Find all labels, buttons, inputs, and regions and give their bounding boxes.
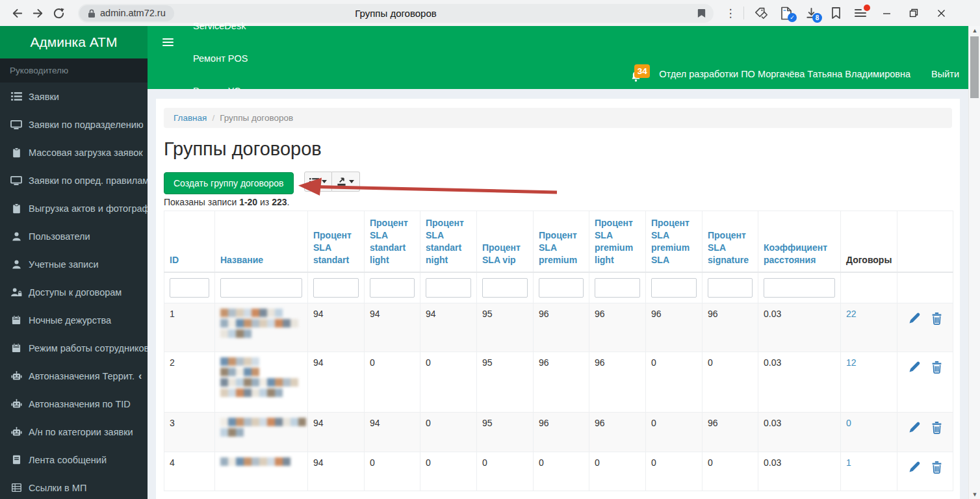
reload-button[interactable] xyxy=(48,3,69,23)
export-menu-button[interactable] xyxy=(332,172,360,192)
sidebar-item-10[interactable]: Режим работы сотрудников xyxy=(0,334,148,362)
kebab-menu-icon[interactable]: ⋮ xyxy=(723,6,738,20)
desktop-icon xyxy=(10,175,23,186)
filter-input-5[interactable] xyxy=(426,278,471,298)
breadcrumb-home-link[interactable]: Главная xyxy=(174,113,207,123)
minimize-button[interactable] xyxy=(873,1,900,25)
contracts-link[interactable]: 1 xyxy=(846,457,851,468)
scroll-up-arrow[interactable]: ▲ xyxy=(969,26,980,35)
sidebar-toggle-icon[interactable] xyxy=(157,31,179,53)
sidebar-item-11[interactable]: Автоназначения Террит.‹ xyxy=(0,362,148,390)
filter-input-11[interactable] xyxy=(764,278,835,298)
contracts-link[interactable]: 22 xyxy=(846,309,857,319)
column-header-12: Договоры xyxy=(841,211,897,272)
scroll-down-arrow[interactable]: ▼ xyxy=(969,490,980,499)
filter-input-2[interactable] xyxy=(220,278,302,298)
sidebar-item-3[interactable]: Массовая загрузка заявок xyxy=(0,138,148,166)
filter-input-7[interactable] xyxy=(539,278,584,298)
cell-value-7: 0 xyxy=(646,413,703,452)
scrollbar-thumb[interactable] xyxy=(970,36,979,98)
site-info-chip[interactable]: admin.atm72.ru xyxy=(79,5,174,21)
filter-input-9[interactable] xyxy=(651,278,697,298)
columns-menu-button[interactable] xyxy=(304,172,332,192)
cell-id: 4 xyxy=(164,452,215,491)
sidebar-item-8[interactable]: Доступы к договорам xyxy=(0,278,148,306)
column-header-4[interactable]: Процент SLA standart light xyxy=(365,211,420,272)
robot-icon xyxy=(10,399,23,409)
sidebar-item-2[interactable]: Заявки по подразделению xyxy=(0,110,148,138)
sidebar-item-7[interactable]: Учетные записи xyxy=(0,250,148,278)
sidebar-item-12[interactable]: Автоназначения по TID xyxy=(0,390,148,418)
downloads-count-badge: 8 xyxy=(812,13,822,23)
edit-icon[interactable] xyxy=(908,460,922,474)
nav-item-4[interactable]: ServiceDesk xyxy=(183,10,267,42)
sidebar-item-15[interactable]: Ссылки в МП xyxy=(0,474,148,499)
cell-value-1: 94 xyxy=(308,452,365,491)
extension-tag-icon[interactable] xyxy=(749,2,774,24)
sidebar-item-label: Массовая загрузка заявок xyxy=(29,147,143,158)
filter-input-3[interactable] xyxy=(313,278,359,298)
page-scrollbar[interactable]: ▲ ▼ xyxy=(968,26,980,499)
create-group-button[interactable]: Создать группу договоров xyxy=(164,172,294,194)
page-title: Группы договоров xyxy=(164,138,952,164)
reading-list-icon[interactable] xyxy=(848,2,873,24)
sidebar-item-6[interactable]: Пользователи xyxy=(0,222,148,250)
edit-icon[interactable] xyxy=(908,420,922,435)
user-name[interactable]: Отдел разработки ПО Моргачёва Татьяна Вл… xyxy=(659,69,910,79)
delete-icon[interactable] xyxy=(931,360,943,374)
filter-input-6[interactable] xyxy=(482,278,528,298)
sidebar-item-9[interactable]: Ночные дежурства xyxy=(0,306,148,334)
extension-document-icon[interactable]: ✓ xyxy=(774,2,799,24)
sidebar-item-label: Учетные записи xyxy=(29,259,99,270)
cell-value-1: 94 xyxy=(308,352,365,413)
logout-link[interactable]: Выйти xyxy=(931,69,959,79)
cell-value-8: 96 xyxy=(703,413,758,452)
edit-icon[interactable] xyxy=(908,311,922,326)
filter-cell-10 xyxy=(703,272,758,303)
url-text: admin.atm72.ru xyxy=(100,8,166,18)
contracts-link[interactable]: 0 xyxy=(846,418,851,428)
column-header-11[interactable]: Коэффициент расстояния xyxy=(758,211,841,272)
filter-input-1[interactable] xyxy=(170,278,209,298)
filter-input-4[interactable] xyxy=(370,278,415,298)
breadcrumb-separator: / xyxy=(212,113,214,123)
delete-icon[interactable] xyxy=(931,460,943,474)
sidebar-item-1[interactable]: Заявки xyxy=(0,83,148,110)
column-header-9[interactable]: Процент SLA premium SLA xyxy=(646,211,703,272)
side-panel-bookmark-icon[interactable] xyxy=(823,2,848,24)
column-header-7[interactable]: Процент SLA premium xyxy=(534,211,589,272)
cell-contracts: 22 xyxy=(841,303,897,352)
column-header-3[interactable]: Процент SLA standart xyxy=(308,211,365,272)
downloads-icon[interactable]: 8 xyxy=(799,2,823,24)
back-button[interactable] xyxy=(6,3,27,23)
sidebar-item-13[interactable]: А/н по категории заявки xyxy=(0,418,148,446)
filter-input-8[interactable] xyxy=(595,278,640,298)
contracts-link[interactable]: 12 xyxy=(846,357,857,368)
sidebar-item-14[interactable]: Лента сообщений xyxy=(0,446,148,474)
cell-value-9: 0.03 xyxy=(758,413,841,452)
notifications-bell-icon[interactable]: 34 xyxy=(630,64,650,84)
delete-icon[interactable] xyxy=(931,420,943,435)
bookmark-icon[interactable] xyxy=(697,8,706,21)
close-button[interactable] xyxy=(927,1,955,25)
delete-icon[interactable] xyxy=(931,311,943,326)
column-header-10[interactable]: Процент SLA signature xyxy=(703,211,758,272)
address-bar[interactable]: admin.atm72.ru Группы договоров xyxy=(78,4,714,23)
forward-button[interactable] xyxy=(27,3,48,23)
chevron-left-icon: ‹ xyxy=(138,371,142,381)
column-header-1[interactable]: ID xyxy=(164,211,215,272)
nav-item-5[interactable]: Ремонт POS xyxy=(183,42,267,75)
column-header-8[interactable]: Процент SLA premium light xyxy=(589,211,646,272)
sidebar-item-5[interactable]: Выгрузка актов и фотографий xyxy=(0,194,148,222)
restore-button[interactable] xyxy=(900,1,927,25)
sidebar-item-4[interactable]: Заявки по опред. правилам xyxy=(0,166,148,194)
app-brand[interactable]: Админка АТМ xyxy=(0,26,148,58)
nav-item-3[interactable]: Отчёты xyxy=(183,0,267,10)
filter-input-10[interactable] xyxy=(708,278,753,298)
column-header-2[interactable]: Название xyxy=(215,211,308,272)
edit-icon[interactable] xyxy=(908,360,922,374)
cell-value-4: 95 xyxy=(477,413,534,452)
column-header-6[interactable]: Процент SLA vip xyxy=(477,211,534,272)
filter-cell-2 xyxy=(215,272,308,303)
column-header-5[interactable]: Процент SLA standart night xyxy=(420,211,477,272)
